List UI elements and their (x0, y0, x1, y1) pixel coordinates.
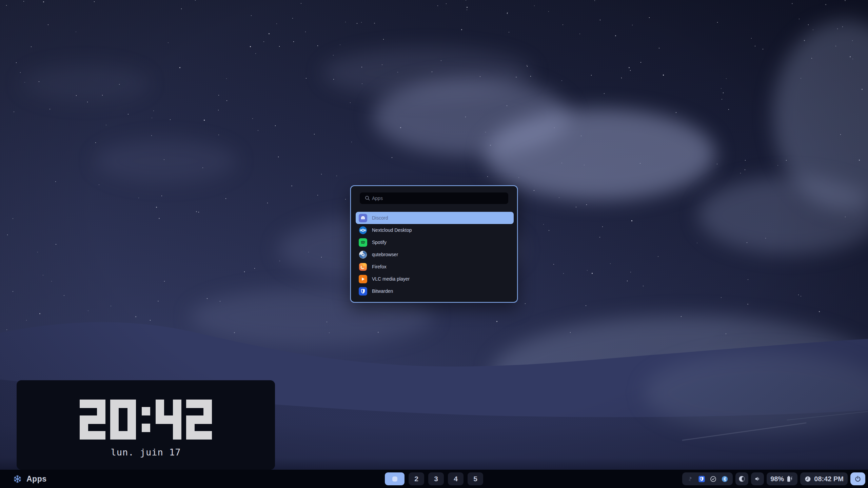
launcher-item-discord[interactable]: Discord (356, 212, 514, 224)
launcher-item-label: Firefox (372, 264, 387, 269)
bitwarden-tray-icon[interactable] (698, 475, 705, 483)
clock-icon (804, 475, 811, 483)
battery-charging-icon (786, 475, 794, 483)
battery-percent: 98% (770, 475, 784, 483)
bitwarden-icon (359, 287, 367, 296)
search-placeholder: Apps (372, 196, 383, 201)
active-workspace-dot (392, 476, 397, 482)
workspace-button-5[interactable]: 5 (468, 472, 483, 485)
clock-date: lun. juin 17 (111, 447, 181, 458)
launcher-item-firefox[interactable]: Firefox (356, 261, 514, 273)
launcher-item-qutebrowser[interactable]: qutebrowser (356, 248, 514, 261)
power-button[interactable] (850, 472, 865, 485)
search-icon (364, 195, 371, 202)
transfer-arrows-icon[interactable] (687, 475, 694, 483)
workspace-switcher: 2 3 4 5 (385, 472, 483, 485)
workspace-button-1[interactable] (385, 472, 405, 485)
nixos-logo-icon (13, 474, 22, 484)
taskbar: Apps 2 3 4 5 (0, 470, 868, 488)
power-icon (854, 475, 862, 483)
volume-button[interactable] (751, 472, 764, 485)
launcher-item-bitwarden[interactable]: Bitwarden (356, 285, 514, 297)
apps-menu-button[interactable]: Apps (13, 470, 47, 488)
workspace-button-3[interactable]: 3 (428, 472, 444, 485)
launcher-item-vlc[interactable]: VLC media player (356, 273, 514, 285)
clock-indicator[interactable]: 08:42 PM (800, 472, 848, 485)
launcher-item-label: Discord (372, 215, 388, 221)
launcher-item-nextcloud[interactable]: Nextcloud Desktop (356, 224, 514, 236)
apps-menu-label: Apps (26, 474, 47, 484)
night-light-icon (738, 475, 746, 483)
volume-icon (754, 475, 761, 483)
launcher-item-label: VLC media player (372, 276, 410, 282)
vlc-icon (359, 275, 367, 283)
discord-icon (359, 214, 367, 222)
qutebrowser-icon (359, 250, 367, 259)
workspace-button-2[interactable]: 2 (409, 472, 424, 485)
launcher-item-label: Bitwarden (372, 288, 393, 294)
clock-widget: lun. juin 17 (17, 380, 275, 470)
night-light-button[interactable] (735, 472, 748, 485)
launcher-item-label: Spotify (372, 240, 387, 245)
launcher-item-label: Nextcloud Desktop (372, 227, 412, 233)
firefox-icon (359, 263, 367, 271)
taskbar-time: 08:42 PM (814, 475, 844, 483)
battery-indicator[interactable]: 98% (767, 472, 797, 485)
bluetooth-icon[interactable] (721, 475, 728, 483)
launcher-results-list: Discord Nextcloud Desktop (356, 212, 514, 297)
status-area: 98% 08:42 PM (682, 472, 865, 485)
app-launcher-window: Apps Discord Nextcloud Desktop (350, 185, 518, 303)
search-input[interactable]: Apps (360, 192, 508, 204)
workspace-button-4[interactable]: 4 (448, 472, 463, 485)
check-circle-icon[interactable] (710, 475, 717, 483)
nextcloud-icon (359, 226, 367, 235)
launcher-item-label: qutebrowser (372, 252, 398, 257)
system-tray (682, 472, 733, 485)
spotify-icon (359, 238, 367, 247)
launcher-item-spotify[interactable]: Spotify (356, 236, 514, 248)
clock-time-digits (80, 400, 212, 440)
